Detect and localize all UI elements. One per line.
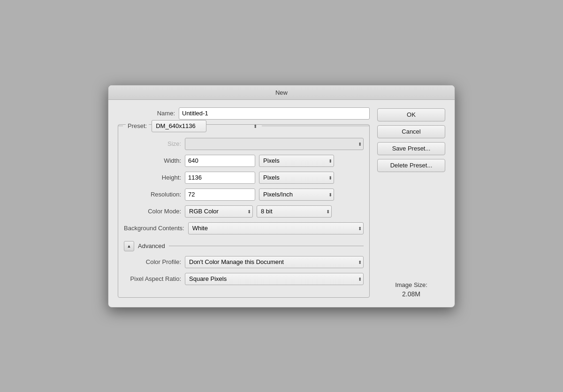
color-mode-label: Color Mode: — [124, 208, 185, 215]
cancel-button[interactable]: Cancel — [377, 125, 445, 138]
resolution-input[interactable] — [185, 188, 255, 201]
width-row: Width: Pixels Inches Centimeters Millime… — [124, 155, 364, 167]
height-input[interactable] — [185, 172, 255, 184]
advanced-row: ▲ Advanced — [124, 241, 364, 251]
dialog-body: Name: Preset: DM_640x1136 — [108, 100, 455, 307]
resolution-unit-wrap[interactable]: Pixels/Inch Pixels/Centimeter — [259, 188, 334, 201]
color-mode-row: Color Mode: Bitmap Grayscale RGB Color C… — [124, 205, 364, 218]
bit-depth-select-wrap[interactable]: 8 bit 16 bit 32 bit — [257, 205, 332, 218]
image-size-section: Image Size: 2.08M — [377, 272, 445, 298]
resolution-unit-select[interactable]: Pixels/Inch Pixels/Centimeter — [259, 188, 334, 201]
size-select-wrap[interactable] — [185, 138, 364, 150]
pixel-aspect-select[interactable]: Square Pixels D1/DV NTSC (0.91) D1/DV PA… — [185, 273, 364, 285]
dialog-title-bar: New — [108, 85, 455, 100]
color-profile-row: Color Profile: Don't Color Manage this D… — [124, 256, 364, 268]
advanced-toggle-button[interactable]: ▲ — [124, 241, 134, 251]
width-label: Width: — [124, 157, 185, 164]
image-size-label: Image Size: — [377, 281, 445, 288]
height-unit-wrap[interactable]: Pixels Inches Centimeters Millimeters Po… — [259, 172, 334, 184]
size-row: Size: — [124, 138, 364, 150]
size-select[interactable] — [185, 138, 364, 150]
new-document-dialog: New Name: Preset: DM_640x1136 — [108, 85, 455, 308]
preset-group: Preset: DM_640x1136 Size: — [118, 124, 370, 298]
preset-select-wrap[interactable]: DM_640x1136 — [152, 120, 259, 132]
color-profile-label: Color Profile: — [124, 258, 185, 265]
preset-label: Preset: — [126, 122, 149, 129]
height-label: Height: — [124, 174, 185, 181]
image-size-value: 2.08M — [377, 290, 445, 298]
width-input[interactable] — [185, 155, 255, 167]
name-input[interactable] — [179, 107, 370, 120]
ok-button[interactable]: OK — [377, 108, 445, 121]
save-preset-button[interactable]: Save Preset... — [377, 142, 445, 155]
dialog-title: New — [275, 89, 288, 96]
preset-select[interactable]: DM_640x1136 — [152, 120, 206, 132]
size-label: Size: — [124, 140, 185, 147]
resolution-label: Resolution: — [124, 191, 185, 198]
preset-line-left — [118, 126, 123, 126]
pixel-aspect-row: Pixel Aspect Ratio: Square Pixels D1/DV … — [124, 273, 364, 285]
color-profile-select[interactable]: Don't Color Manage this Document sRGB IE… — [185, 256, 364, 268]
height-unit-select[interactable]: Pixels Inches Centimeters Millimeters Po… — [259, 172, 334, 184]
advanced-divider — [169, 246, 364, 246]
color-mode-select-wrap[interactable]: Bitmap Grayscale RGB Color CMYK Color La… — [185, 205, 253, 218]
preset-line-right — [262, 126, 369, 126]
bg-contents-row: Background Contents: White Background Co… — [124, 222, 364, 234]
width-unit-wrap[interactable]: Pixels Inches Centimeters Millimeters Po… — [259, 155, 334, 167]
pixel-aspect-label: Pixel Aspect Ratio: — [124, 275, 185, 282]
height-row: Height: Pixels Inches Centimeters Millim… — [124, 172, 364, 184]
name-row: Name: — [118, 107, 370, 120]
bg-contents-select[interactable]: White Background Color Transparent — [188, 222, 364, 234]
color-mode-select[interactable]: Bitmap Grayscale RGB Color CMYK Color La… — [185, 205, 253, 218]
advanced-toggle-icon: ▲ — [127, 244, 131, 249]
resolution-row: Resolution: Pixels/Inch Pixels/Centimete… — [124, 188, 364, 201]
bit-depth-select[interactable]: 8 bit 16 bit 32 bit — [257, 205, 332, 218]
left-panel: Name: Preset: DM_640x1136 — [118, 107, 370, 298]
color-profile-select-wrap[interactable]: Don't Color Manage this Document sRGB IE… — [185, 256, 364, 268]
advanced-label: Advanced — [138, 242, 165, 249]
pixel-aspect-select-wrap[interactable]: Square Pixels D1/DV NTSC (0.91) D1/DV PA… — [185, 273, 364, 285]
color-mode-selects: Bitmap Grayscale RGB Color CMYK Color La… — [185, 205, 332, 218]
delete-preset-button[interactable]: Delete Preset... — [377, 159, 445, 172]
bg-contents-select-wrap[interactable]: White Background Color Transparent — [188, 222, 364, 234]
right-panel: OK Cancel Save Preset... Delete Preset..… — [377, 107, 445, 298]
width-unit-select[interactable]: Pixels Inches Centimeters Millimeters Po… — [259, 155, 334, 167]
bg-contents-label: Background Contents: — [124, 225, 188, 232]
name-label: Name: — [118, 110, 179, 117]
preset-legend: Preset: DM_640x1136 — [118, 120, 369, 132]
